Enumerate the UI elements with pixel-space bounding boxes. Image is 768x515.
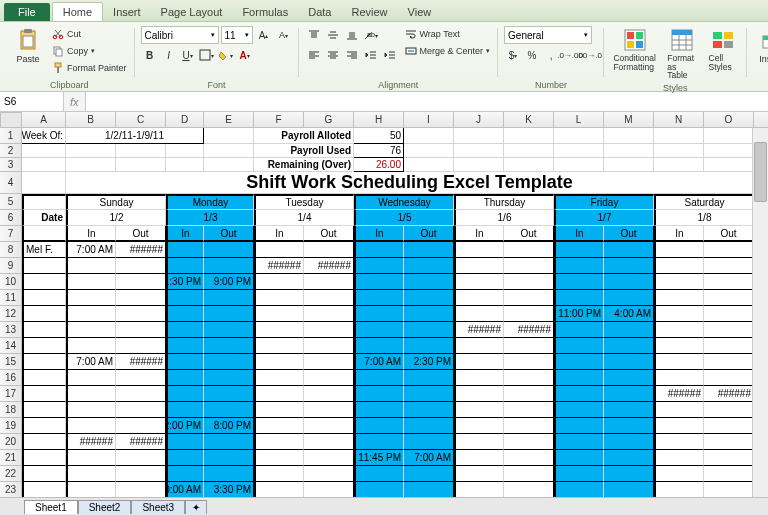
scroll-thumb[interactable]: [754, 142, 767, 202]
align-middle-button[interactable]: [324, 26, 342, 44]
orientation-button[interactable]: ab▾: [362, 26, 380, 44]
align-center-icon: [327, 49, 339, 61]
wrap-text-button[interactable]: Wrap Text: [403, 26, 493, 42]
tab-view[interactable]: View: [398, 3, 442, 21]
group-font: Calibri▾ 11▾ A▴ A▾ B I U▾ ▾ ▾ A▾ Font: [135, 26, 299, 91]
svg-rect-2: [23, 36, 33, 47]
scissors-icon: [52, 28, 64, 40]
decrease-decimal-button[interactable]: .00→.0: [580, 46, 598, 64]
vertical-scrollbar[interactable]: [752, 128, 768, 497]
align-right-icon: [346, 49, 358, 61]
svg-rect-15: [627, 41, 634, 48]
borders-button[interactable]: ▾: [198, 46, 216, 64]
percent-button[interactable]: %: [523, 46, 541, 64]
orientation-icon: ab: [363, 29, 375, 41]
svg-rect-9: [200, 50, 210, 60]
tab-data[interactable]: Data: [298, 3, 341, 21]
sheet-tab-bar: Sheet1 Sheet2 Sheet3 ✦: [0, 497, 768, 515]
align-left-button[interactable]: [305, 46, 323, 64]
copy-icon: [52, 45, 64, 57]
wrap-icon: [405, 28, 417, 40]
fx-icon[interactable]: fx: [70, 96, 79, 108]
align-right-button[interactable]: [343, 46, 361, 64]
decrease-indent-button[interactable]: [362, 46, 380, 64]
paste-button[interactable]: Paste: [10, 26, 46, 66]
cell-styles-icon: [711, 28, 735, 52]
tab-insert[interactable]: Insert: [103, 3, 151, 21]
italic-button[interactable]: I: [160, 46, 178, 64]
row-headers[interactable]: 123456789101112131415161718192021222324: [0, 128, 22, 497]
group-number: General▾ $▾ % , .0→.00 .00→.0 Number: [498, 26, 604, 91]
svg-text:ab: ab: [367, 31, 375, 38]
grid-cells[interactable]: Week Of:1/2/11-1/9/11Payroll Alloted50Pa…: [22, 128, 768, 497]
merge-icon: [405, 45, 417, 57]
tab-page-layout[interactable]: Page Layout: [151, 3, 233, 21]
paste-icon: [16, 28, 40, 52]
align-top-icon: [308, 29, 320, 41]
sheet-tab-3[interactable]: Sheet3: [131, 500, 185, 514]
align-top-button[interactable]: [305, 26, 323, 44]
indent-icon: [384, 49, 396, 61]
format-painter-button[interactable]: Format Painter: [50, 60, 129, 76]
svg-rect-24: [763, 36, 768, 40]
file-tab[interactable]: File: [4, 3, 50, 21]
name-box[interactable]: S6: [0, 92, 64, 111]
svg-rect-18: [672, 30, 692, 35]
new-sheet-button[interactable]: ✦: [185, 500, 207, 514]
sheet-tab-2[interactable]: Sheet2: [78, 500, 132, 514]
paste-label: Paste: [16, 54, 39, 64]
border-icon: [199, 49, 211, 61]
merge-center-button[interactable]: Merge & Center ▾: [403, 43, 493, 59]
align-bottom-button[interactable]: [343, 26, 361, 44]
sheet-tab-1[interactable]: Sheet1: [24, 500, 78, 514]
cell-styles-button[interactable]: Cell Styles: [705, 26, 741, 73]
outdent-icon: [365, 49, 377, 61]
font-name-combo[interactable]: Calibri▾: [141, 26, 219, 44]
svg-rect-7: [55, 63, 61, 67]
cut-button[interactable]: Cut: [50, 26, 129, 42]
fill-color-button[interactable]: ▾: [217, 46, 235, 64]
tab-strip: File Home Insert Page Layout Formulas Da…: [0, 0, 768, 22]
group-cells: Insert Delete Cells: [747, 26, 768, 91]
tab-formulas[interactable]: Formulas: [232, 3, 298, 21]
font-size-combo[interactable]: 11▾: [221, 26, 253, 44]
ribbon: Paste Cut Copy ▾ Format Painter Clipboar…: [0, 22, 768, 92]
accounting-format-button[interactable]: $▾: [504, 46, 522, 64]
svg-rect-1: [24, 29, 32, 33]
svg-rect-21: [713, 41, 722, 48]
font-color-button[interactable]: A▾: [236, 46, 254, 64]
table-icon: [670, 28, 694, 52]
align-bottom-icon: [346, 29, 358, 41]
copy-button[interactable]: Copy ▾: [50, 43, 129, 59]
svg-rect-22: [724, 41, 733, 48]
svg-rect-13: [627, 32, 634, 39]
formula-input[interactable]: [85, 92, 768, 111]
svg-rect-8: [57, 67, 59, 73]
insert-cells-button[interactable]: Insert: [753, 26, 768, 66]
group-clipboard: Paste Cut Copy ▾ Format Painter Clipboar…: [4, 26, 135, 91]
increase-font-button[interactable]: A▴: [255, 26, 273, 44]
align-center-button[interactable]: [324, 46, 342, 64]
svg-rect-16: [636, 41, 643, 48]
group-styles: Conditional Formatting Format as Table C…: [604, 26, 747, 91]
bucket-icon: [218, 49, 230, 61]
decrease-font-button[interactable]: A▾: [275, 26, 293, 44]
increase-indent-button[interactable]: [381, 46, 399, 64]
align-middle-icon: [327, 29, 339, 41]
number-format-combo[interactable]: General▾: [504, 26, 592, 44]
format-as-table-button[interactable]: Format as Table: [663, 26, 700, 82]
tab-review[interactable]: Review: [341, 3, 397, 21]
conditional-icon: [623, 28, 647, 52]
select-all-corner[interactable]: [0, 112, 22, 128]
group-alignment: ab▾ Wrap Text Merge & Center ▾: [299, 26, 499, 91]
column-headers[interactable]: ABCDEFGHIJKLMNOP: [22, 112, 768, 128]
svg-rect-14: [636, 32, 643, 39]
tab-home[interactable]: Home: [52, 2, 103, 21]
formula-bar: S6 fx: [0, 92, 768, 112]
underline-button[interactable]: U▾: [179, 46, 197, 64]
svg-rect-20: [724, 32, 733, 39]
paintbrush-icon: [52, 62, 64, 74]
svg-rect-6: [56, 49, 62, 56]
bold-button[interactable]: B: [141, 46, 159, 64]
conditional-formatting-button[interactable]: Conditional Formatting: [610, 26, 659, 73]
